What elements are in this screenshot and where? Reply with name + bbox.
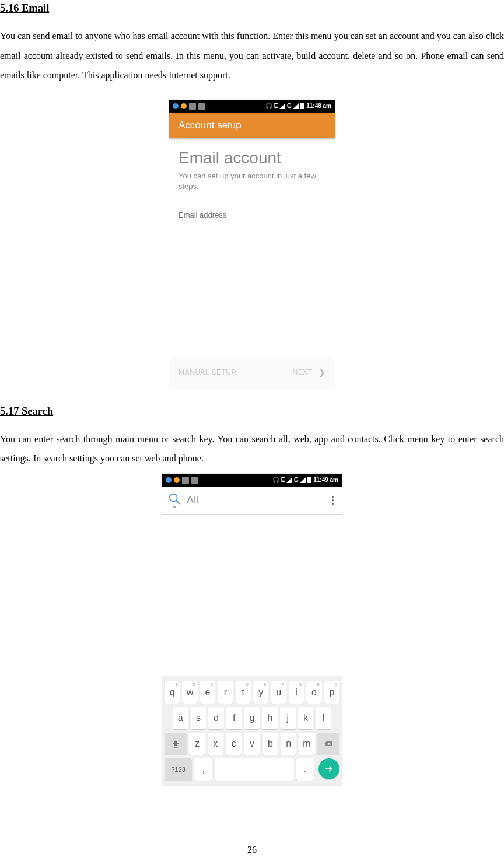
next-button[interactable]: NEXT ❯ — [292, 368, 326, 377]
key-h[interactable]: h — [262, 707, 278, 729]
key-c[interactable]: c — [226, 733, 242, 755]
status-gallery-icon — [182, 477, 189, 484]
comma-key[interactable]: , — [194, 758, 212, 780]
keyboard-row: asdfghjkl — [162, 705, 342, 731]
backspace-icon — [324, 739, 333, 748]
section-heading-email: 5.16 Email — [0, 2, 504, 15]
dot-icon — [332, 499, 334, 501]
symbols-key[interactable]: ?123 — [164, 758, 192, 780]
go-key[interactable] — [318, 758, 340, 779]
shift-icon — [171, 739, 180, 748]
status-bar: 🎧 E G 11:48 am — [169, 100, 335, 113]
overflow-menu-button[interactable] — [330, 494, 336, 507]
page-number: 26 — [0, 845, 504, 855]
signal-icon — [300, 477, 306, 483]
key-t[interactable]: 5t — [236, 681, 251, 704]
status-time: 11:48 am — [306, 103, 331, 109]
manual-setup-button[interactable]: MANUAL SETUP — [178, 368, 236, 376]
status-notif-icon — [174, 477, 180, 483]
key-f[interactable]: f — [226, 707, 242, 729]
status-notif-icon — [181, 103, 187, 109]
status-notif-icon — [166, 477, 172, 483]
network-label: G — [287, 103, 291, 109]
backspace-key[interactable] — [317, 733, 340, 755]
screenshot-email-setup: 🎧 E G 11:48 am Account setup Email accou… — [169, 99, 335, 389]
network-label: G — [294, 477, 298, 483]
headphone-icon: 🎧 — [272, 477, 279, 483]
key-n[interactable]: n — [281, 733, 296, 755]
signal-icon — [286, 477, 292, 483]
key-z[interactable]: z — [189, 733, 205, 755]
headphone-icon: 🎧 — [265, 103, 272, 109]
key-u[interactable]: 7u — [271, 681, 286, 704]
status-battery-icon — [198, 103, 205, 110]
app-bar-title: Account setup — [178, 120, 242, 131]
keyboard-row: 1q2w3e4r5t6y7u8i9o0p — [162, 680, 342, 705]
status-battery-icon — [191, 477, 198, 484]
dot-icon — [332, 496, 334, 498]
signal-icon — [293, 103, 299, 109]
key-m[interactable]: m — [299, 733, 314, 755]
period-key[interactable]: . — [296, 758, 314, 780]
key-q[interactable]: 1q — [164, 681, 180, 704]
search-filter-dropdown[interactable] — [168, 492, 181, 508]
signal-icon — [279, 103, 285, 109]
key-b[interactable]: b — [262, 733, 278, 755]
key-i[interactable]: 8i — [289, 681, 304, 704]
magnifier-icon — [168, 492, 181, 505]
key-p[interactable]: 0p — [324, 681, 340, 704]
key-k[interactable]: k — [298, 707, 314, 729]
app-bar: Account setup — [169, 113, 335, 138]
network-label: E — [274, 103, 278, 109]
key-s[interactable]: s — [191, 707, 206, 729]
next-label: NEXT — [292, 368, 312, 376]
section-heading-search: 5.17 Search — [0, 405, 504, 418]
keyboard-row: ?123 , . — [162, 757, 342, 785]
soft-keyboard: 1q2w3e4r5t6y7u8i9o0p asdfghjkl zxcvbnm ?… — [162, 676, 342, 785]
chevron-right-icon: ❯ — [318, 368, 326, 377]
key-j[interactable]: j — [280, 707, 296, 729]
section-body-email: You can send email to anyone who has ema… — [0, 26, 504, 85]
key-y[interactable]: 6y — [253, 681, 268, 704]
key-l[interactable]: l — [316, 707, 331, 729]
status-gallery-icon — [189, 103, 196, 110]
key-v[interactable]: v — [244, 733, 260, 755]
svg-line-1 — [176, 501, 180, 504]
key-g[interactable]: g — [244, 707, 260, 729]
email-account-subtitle: You can set up your account in just a fe… — [178, 171, 326, 192]
search-input[interactable]: All — [187, 494, 324, 506]
key-d[interactable]: d — [208, 707, 224, 729]
key-x[interactable]: x — [208, 733, 223, 755]
email-account-heading: Email account — [178, 149, 326, 167]
key-r[interactable]: 4r — [218, 681, 233, 704]
battery-icon — [307, 477, 312, 483]
status-time: 11:49 am — [313, 477, 338, 483]
keyboard-row: zxcvbnm — [162, 731, 342, 757]
arrow-right-icon — [324, 764, 334, 774]
key-o[interactable]: 9o — [306, 681, 321, 704]
shift-key[interactable] — [164, 733, 187, 755]
key-e[interactable]: 3e — [200, 681, 215, 704]
search-header: All — [162, 487, 342, 514]
email-address-input[interactable] — [178, 208, 326, 222]
key-w[interactable]: 2w — [182, 681, 197, 704]
status-bar: 🎧 E G 11:49 am — [162, 474, 342, 487]
network-label: E — [281, 477, 285, 483]
search-results-area — [162, 514, 342, 676]
key-a[interactable]: a — [173, 707, 188, 729]
status-notif-icon — [173, 103, 178, 109]
space-key[interactable] — [215, 758, 294, 780]
dot-icon — [332, 503, 334, 505]
dropdown-icon — [172, 506, 177, 508]
section-body-search: You can enter search through main menu o… — [0, 429, 504, 468]
battery-icon — [300, 103, 304, 109]
screenshot-search: 🎧 E G 11:49 am All — [162, 473, 342, 786]
